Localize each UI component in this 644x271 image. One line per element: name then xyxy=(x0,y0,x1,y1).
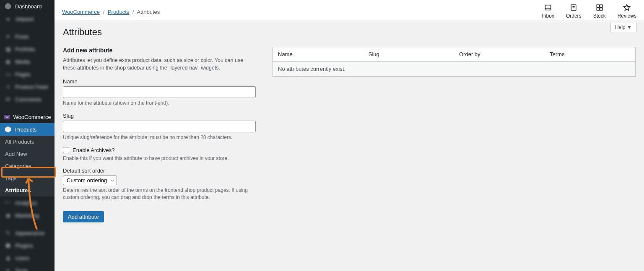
sidebar-item-blurred[interactable]: ◉Media xyxy=(0,55,55,68)
sidebar-sub-tags[interactable]: Tags xyxy=(0,172,55,184)
products-icon xyxy=(4,126,12,133)
section-heading: Add new attribute xyxy=(63,47,256,54)
breadcrumb-current: Attributes xyxy=(137,9,160,15)
megaphone-icon: ◆ xyxy=(4,212,12,219)
tools-icon: ✦ xyxy=(4,267,12,271)
slug-input[interactable] xyxy=(63,121,256,132)
sidebar-item-blurred[interactable]: ⬿Analytics xyxy=(0,196,55,209)
breadcrumb-woocommerce[interactable]: WooCommerce xyxy=(62,9,100,15)
sort-order-label: Default sort order xyxy=(63,168,256,174)
dashboard-icon xyxy=(4,3,12,10)
sort-help-text: Determines the sort order of the terms o… xyxy=(63,187,256,201)
sidebar-item-blurred[interactable]: ✦Posts xyxy=(0,30,55,43)
add-attribute-button[interactable]: Add attribute xyxy=(63,211,104,222)
media-icon: ◉ xyxy=(4,58,12,65)
breadcrumb-products[interactable]: Products xyxy=(108,9,129,15)
sidebar-item-blurred[interactable]: ♟Users xyxy=(0,252,55,264)
archives-help-text: Enable this if you want this attribute t… xyxy=(63,155,256,162)
sidebar-item-blurred[interactable]: ⬣Plugins xyxy=(0,239,55,252)
svg-rect-3 xyxy=(600,5,602,7)
col-terms: Terms xyxy=(545,47,635,62)
sidebar-sub-categories[interactable]: Categories xyxy=(0,160,55,172)
svg-rect-5 xyxy=(600,8,602,10)
sidebar-item-products[interactable]: Products xyxy=(0,123,55,136)
portfolio-icon: ▣ xyxy=(4,45,12,53)
topbar-orders[interactable]: Orders xyxy=(566,3,582,19)
sidebar-item-woocommerce[interactable]: W WooCommerce xyxy=(0,111,55,123)
topbar-inbox[interactable]: Inbox xyxy=(542,3,554,19)
slug-label: Slug xyxy=(63,113,256,119)
col-name: Name xyxy=(273,47,364,62)
section-description: Attributes let you define extra product … xyxy=(63,57,256,72)
admin-sidebar: Dashboard ●Jetpack ✦Posts ▣Portfolio ◉Me… xyxy=(0,0,55,271)
name-input[interactable] xyxy=(63,86,256,98)
svg-rect-4 xyxy=(597,8,599,10)
enable-archives-label: Enable Archives? xyxy=(73,147,114,153)
users-icon: ♟ xyxy=(4,254,12,262)
brush-icon: ✎ xyxy=(4,229,12,237)
chart-icon: ⬿ xyxy=(4,199,12,206)
sort-order-select[interactable]: Custom ordering xyxy=(63,176,117,185)
comment-icon: ✉ xyxy=(4,95,12,103)
sidebar-item-blurred[interactable]: ✉Comments xyxy=(0,93,55,106)
name-help-text: Name for the attribute (shown on the fro… xyxy=(63,100,256,107)
generic-icon: ● xyxy=(4,15,12,23)
slug-help-text: Unique slug/reference for the attribute;… xyxy=(63,134,256,141)
sidebar-item-blurred[interactable]: ✦Tools xyxy=(0,264,55,271)
col-slug: Slug xyxy=(364,47,454,62)
stock-icon xyxy=(595,3,604,12)
topbar-stock[interactable]: Stock xyxy=(593,3,606,19)
sidebar-item-blurred[interactable]: ✎Appearance xyxy=(0,227,55,239)
sidebar-label: WooCommerce xyxy=(13,114,51,120)
sidebar-item-blurred[interactable]: ◆Marketing xyxy=(0,209,55,222)
sidebar-sub-add-new[interactable]: Add New xyxy=(0,148,55,160)
attributes-table: Name Slug Order by Terms No attributes c… xyxy=(273,47,636,77)
star-icon xyxy=(623,3,631,12)
sidebar-item-blurred[interactable]: ●Jetpack xyxy=(0,13,55,25)
topbar: WooCommerce / Products / Attributes Inbo… xyxy=(55,0,644,21)
inbox-icon xyxy=(544,3,552,12)
enable-archives-checkbox[interactable] xyxy=(63,147,69,153)
sidebar-sub-attributes[interactable]: Attributes xyxy=(0,184,55,196)
pin-icon: ✦ xyxy=(4,33,12,40)
empty-message: No attributes currently exist. xyxy=(273,62,636,77)
sidebar-label: Dashboard xyxy=(15,3,42,10)
table-empty-row: No attributes currently exist. xyxy=(273,62,636,77)
help-tab[interactable]: Help ▼ xyxy=(610,23,636,32)
name-label: Name xyxy=(63,78,256,85)
sidebar-item-dashboard[interactable]: Dashboard xyxy=(0,0,55,13)
attributes-table-container: Name Slug Order by Terms No attributes c… xyxy=(273,47,636,222)
topbar-reviews[interactable]: Reviews xyxy=(618,3,636,19)
page-icon: ▭ xyxy=(4,70,12,78)
sidebar-item-blurred[interactable]: ▭Pages xyxy=(0,68,55,80)
sidebar-item-blurred[interactable]: ▣Portfolio xyxy=(0,43,55,55)
add-attribute-form: Add new attribute Attributes let you def… xyxy=(63,47,256,222)
svg-rect-2 xyxy=(597,5,599,7)
sidebar-item-blurred[interactable]: ≡Product Feed xyxy=(0,80,55,93)
orders-icon xyxy=(569,3,578,12)
svg-rect-1 xyxy=(571,5,576,10)
sidebar-label: Products xyxy=(15,126,36,133)
col-orderby: Order by xyxy=(454,47,545,62)
page-title: Attributes xyxy=(63,27,636,38)
plugin-icon: ⬣ xyxy=(4,242,12,249)
feed-icon: ≡ xyxy=(4,83,12,90)
main-content: WooCommerce / Products / Attributes Inbo… xyxy=(55,0,644,271)
woocommerce-icon: W xyxy=(4,113,10,121)
breadcrumb: WooCommerce / Products / Attributes xyxy=(62,9,530,15)
sidebar-sub-all-products[interactable]: All Products xyxy=(0,136,55,148)
